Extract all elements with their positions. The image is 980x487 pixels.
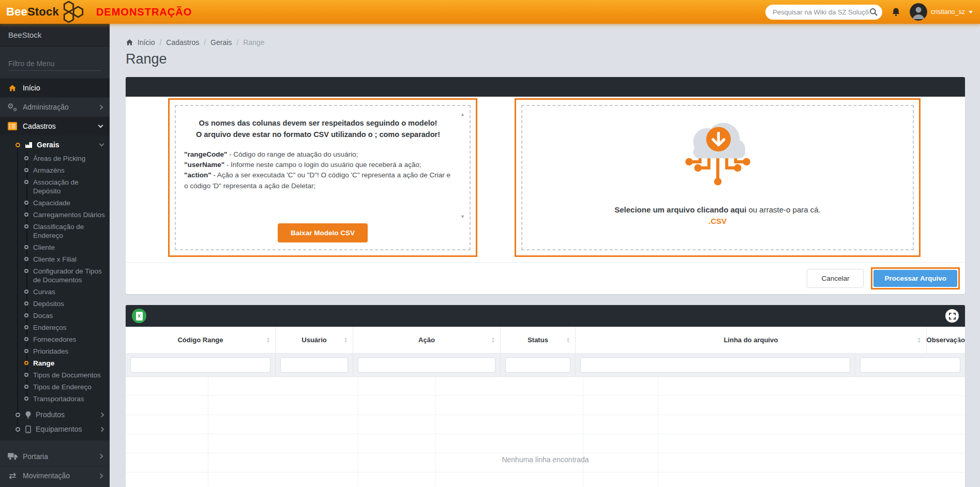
bullet-icon	[24, 224, 28, 229]
csv-extension-label: .CSV	[708, 217, 727, 225]
column-header[interactable]: Observação	[927, 327, 965, 353]
sidebar-subitem[interactable]: Carregamentos Diários	[0, 209, 110, 221]
table-body: Nenhuma linha encontrada	[126, 377, 965, 487]
column-filter-input[interactable]	[358, 357, 495, 373]
sidebar-item-movimentacao[interactable]: Movimentação	[0, 466, 110, 485]
table-row	[126, 415, 965, 434]
expand-table-button[interactable]	[945, 309, 959, 323]
sidebar-item-administracao[interactable]: Administração	[0, 97, 110, 116]
download-csv-template-button[interactable]: Baixar Modelo CSV	[278, 223, 368, 242]
sidebar-subitem[interactable]: Armazéns	[0, 164, 110, 176]
sidebar-group-gerais[interactable]: Gerais	[0, 138, 110, 152]
bullet-icon	[16, 143, 20, 147]
sidebar-subitem[interactable]: Fornecedores	[0, 333, 110, 345]
sidebar-nav: Início Administração Cadastros	[0, 78, 110, 485]
bullet-icon	[24, 201, 28, 205]
column-header-label: Ação	[418, 336, 435, 344]
chevron-right-icon	[98, 473, 103, 478]
sidebar-subitem[interactable]: Docas	[0, 310, 110, 322]
bullet-icon	[24, 301, 28, 306]
sidebar-subitem-label: Docas	[33, 311, 53, 320]
sidebar-group-label: Produtos	[36, 410, 65, 419]
sort-icon[interactable]	[344, 337, 348, 343]
column-header[interactable]: Código Range	[126, 327, 276, 353]
sort-icon[interactable]	[266, 337, 270, 343]
sidebar-subitem[interactable]: Depósitos	[0, 298, 110, 310]
column-filter-input[interactable]	[580, 357, 850, 373]
sidebar-subitem[interactable]: Prioridades	[0, 345, 110, 357]
sidebar-subitem[interactable]: Capacidade	[0, 197, 110, 209]
breadcrumb-item[interactable]: Range	[243, 38, 269, 47]
sidebar-subitem[interactable]: Endereços	[0, 322, 110, 333]
wiki-search-input[interactable]	[773, 8, 869, 16]
home-icon	[7, 84, 18, 92]
sort-icon[interactable]	[566, 337, 570, 343]
sidebar-subitem-label: Tipos de Documentos	[33, 371, 101, 379]
sidebar-subitem[interactable]: Cliente	[0, 241, 110, 253]
sidebar-subitem[interactable]: Range	[0, 357, 110, 369]
column-header[interactable]: Usuário	[276, 327, 353, 353]
sidebar-item-portaria[interactable]: Portaria	[0, 447, 110, 466]
column-header[interactable]: Ação	[353, 327, 501, 353]
notifications-bell-icon[interactable]	[891, 7, 901, 17]
process-file-button[interactable]: Processar Arquivo	[873, 270, 957, 287]
instructions-scroll-area[interactable]: Os nomes das colunas devem ser respeitad…	[176, 106, 470, 223]
column-filter-input[interactable]	[860, 357, 960, 373]
cancel-button[interactable]: Cancelar	[807, 269, 864, 288]
sidebar-group-produtos[interactable]: Produtos	[0, 407, 110, 422]
table-row	[126, 434, 965, 453]
scroll-up-icon[interactable]	[460, 112, 465, 117]
sidebar-subitem[interactable]: Tipos de Endereço	[0, 381, 110, 393]
scroll-down-icon[interactable]	[460, 215, 465, 219]
wiki-search[interactable]	[765, 5, 882, 20]
breadcrumb-item[interactable]: Cadastros	[166, 38, 206, 47]
gerais-subitems: Áreas de Picking Armazéns As	[0, 153, 110, 405]
export-excel-button[interactable]	[132, 309, 146, 323]
bullet-icon	[24, 397, 28, 401]
bullet-icon	[24, 325, 28, 329]
csv-field-descriptions: "rangeCode" - Código do range de atuação…	[184, 149, 452, 191]
sidebar-subitem[interactable]: Cliente x Filial	[0, 253, 110, 265]
brand-bee-text: Bee	[6, 5, 27, 18]
cadastros-submenu: Gerais Áreas de Picking	[0, 135, 110, 440]
column-filter-input[interactable]	[280, 357, 348, 373]
menu-filter[interactable]	[8, 57, 101, 71]
table-filter-row	[126, 354, 965, 377]
column-filter-input[interactable]	[130, 357, 270, 373]
sidebar-subitem-label: Classificação de Endereço	[33, 222, 107, 240]
column-header[interactable]: Linha do arquivo	[576, 327, 927, 353]
file-dropzone[interactable]: Selecione um arquivo clicando aqui ou ar…	[515, 98, 921, 257]
breadcrumb-home-icon[interactable]	[126, 39, 133, 46]
sidebar-subitem[interactable]: Transportadoras	[0, 393, 110, 405]
sidebar-item-inicio[interactable]: Início	[0, 78, 110, 97]
breadcrumb-item[interactable]: Início	[138, 38, 162, 47]
sort-icon[interactable]	[491, 337, 495, 343]
sidebar-subitem[interactable]: Classificação de Endereço	[0, 221, 110, 241]
chevron-right-icon	[99, 427, 104, 432]
sidebar-subitem[interactable]: Associação de Depósito	[0, 176, 110, 197]
sidebar-subitem-label: Cliente x Filial	[33, 255, 77, 264]
user-menu[interactable]: cristiano_sz	[910, 3, 973, 21]
column-filter-input[interactable]	[505, 357, 570, 373]
sidebar-subitem[interactable]: Áreas de Picking	[0, 153, 110, 164]
column-header[interactable]: Status	[501, 327, 576, 353]
sidebar-subitem[interactable]: Configurador de Tipos de Documentos	[0, 265, 110, 286]
sidebar-subitem-label: Cliente	[33, 243, 55, 252]
bullet-icon	[24, 337, 28, 341]
sort-icon[interactable]	[917, 337, 921, 343]
expand-icon	[949, 313, 956, 319]
sidebar-subitem[interactable]: Curvas	[0, 286, 110, 298]
honeycomb-logo-icon	[62, 1, 86, 23]
field-line: "userName" - Informe neste campo o login…	[184, 160, 452, 170]
avatar[interactable]	[910, 3, 927, 21]
bullet-icon	[24, 349, 28, 353]
search-icon[interactable]	[869, 8, 878, 16]
sidebar-group-equipamentos[interactable]: Equipamentos	[0, 422, 110, 436]
breadcrumb-item[interactable]: Gerais	[210, 38, 239, 47]
menu-filter-input[interactable]	[8, 57, 101, 71]
process-button-highlight: Processar Arquivo	[871, 267, 960, 290]
brand-stock-text: Stock	[27, 5, 59, 18]
sidebar-subitem[interactable]: Tipos de Documentos	[0, 369, 110, 381]
sidebar-item-cadastros[interactable]: Cadastros	[0, 116, 110, 135]
sort-icon[interactable]	[956, 337, 960, 343]
